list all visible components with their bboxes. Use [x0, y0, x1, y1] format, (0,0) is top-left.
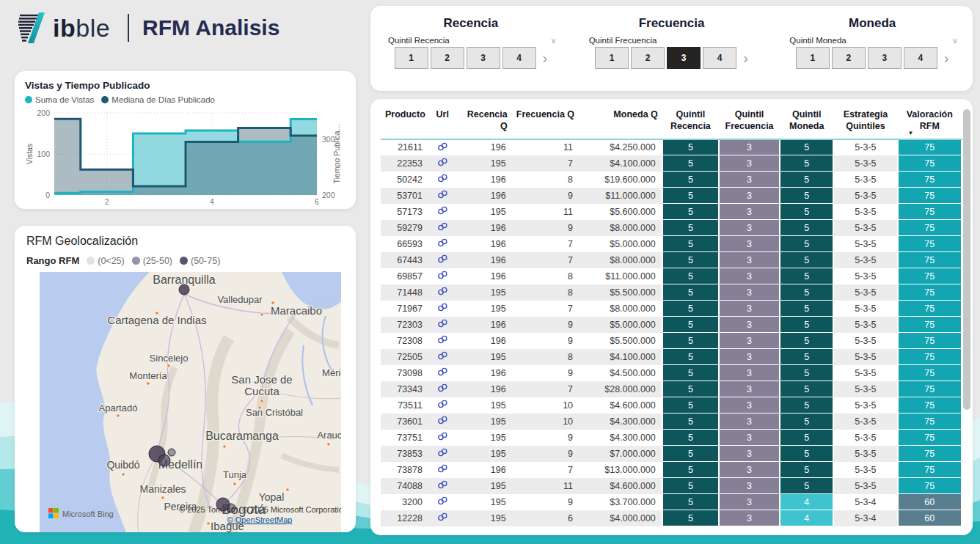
slicer-next-arrow-icon[interactable]: ›: [944, 51, 949, 65]
table-row[interactable]: 502421968$19.600.0005355-3-575: [381, 172, 962, 188]
table-row[interactable]: 737511959$4.300.0005355-3-575: [381, 430, 962, 446]
table-row[interactable]: 7408819511$4.600.0005355-3-575: [381, 478, 962, 494]
column-header-moneda-q[interactable]: Moneda Q: [579, 106, 662, 139]
url-link-icon[interactable]: [437, 351, 448, 360]
url-link-icon[interactable]: [437, 287, 448, 295]
quintil-button-1[interactable]: 1: [595, 47, 629, 69]
quintil-button-1[interactable]: 1: [395, 47, 428, 69]
column-header-recencia-q[interactable]: Recencia Q: [457, 106, 512, 139]
url-link-icon[interactable]: [437, 271, 448, 279]
table-row[interactable]: 665931967$5.000.0005355-3-575: [381, 236, 962, 252]
url-link-icon[interactable]: [437, 416, 448, 424]
legend-item[interactable]: Suma de Vistas: [25, 95, 94, 104]
table-row[interactable]: 674431967$8.000.0005355-3-575: [381, 252, 962, 268]
table-row[interactable]: 537011969$11.000.0005355-3-575: [381, 188, 962, 204]
table-row[interactable]: 32001959$3.700.0005345-3-460: [381, 494, 962, 510]
url-link-icon[interactable]: [437, 158, 448, 166]
quintil-button-2[interactable]: 2: [431, 47, 464, 69]
table-row[interactable]: 723031969$5.000.0005355-3-575: [381, 317, 962, 333]
cell-url[interactable]: [428, 446, 457, 462]
cell-url[interactable]: [428, 478, 457, 494]
table-row[interactable]: 5717319511$5.600.0005355-3-575: [381, 204, 962, 220]
table-row[interactable]: 2161119611$4.250.0005355-3-575: [381, 139, 962, 155]
table-row[interactable]: 7360119510$4.300.0005355-3-575: [381, 413, 962, 430]
cell-url[interactable]: [428, 430, 457, 446]
url-link-icon[interactable]: [437, 222, 448, 231]
url-link-icon[interactable]: [437, 400, 448, 408]
table-row[interactable]: 733431967$28.000.0005355-3-575: [381, 381, 962, 397]
column-header-producto[interactable]: Producto: [381, 106, 428, 139]
slicer-next-arrow-icon[interactable]: ›: [743, 51, 748, 65]
rango-rfm-legend-item[interactable]: (0<25): [87, 256, 124, 266]
quintil-button-4[interactable]: 4: [703, 47, 736, 69]
quintil-button-4[interactable]: 4: [502, 47, 536, 69]
table-row[interactable]: 738531959$7.000.0005355-3-575: [381, 446, 962, 462]
table-row[interactable]: 723081969$5.500.0005355-3-575: [381, 333, 962, 349]
url-link-icon[interactable]: [437, 464, 448, 473]
url-link-icon[interactable]: [437, 432, 448, 441]
url-link-icon[interactable]: [437, 319, 448, 328]
table-row[interactable]: 725051958$4.100.0005355-3-575: [381, 349, 962, 365]
cell-url[interactable]: [428, 365, 457, 381]
openstreetmap-link[interactable]: © OpenStreetMap: [227, 515, 293, 524]
column-header-frecuencia-q[interactable]: Frecuencia Q: [512, 106, 579, 139]
cell-url[interactable]: [428, 284, 457, 301]
cell-url[interactable]: [428, 139, 457, 155]
cell-url[interactable]: [428, 333, 457, 349]
table-row[interactable]: 719671957$8.000.0005355-3-575: [381, 301, 962, 317]
url-link-icon[interactable]: [437, 335, 448, 344]
table-row[interactable]: 592791969$8.000.0005355-3-575: [381, 220, 962, 236]
url-link-icon[interactable]: [437, 190, 448, 199]
quintil-button-3[interactable]: 3: [667, 47, 701, 69]
quintil-button-2[interactable]: 2: [631, 47, 665, 69]
cell-url[interactable]: [428, 252, 457, 268]
quintil-button-4[interactable]: 4: [904, 47, 937, 69]
chevron-down-icon[interactable]: ∨: [551, 36, 557, 45]
cell-url[interactable]: [428, 268, 457, 284]
cell-url[interactable]: [428, 155, 457, 172]
column-header-url[interactable]: Url: [428, 106, 457, 139]
cell-url[interactable]: [428, 397, 457, 413]
quintil-button-3[interactable]: 3: [868, 47, 902, 69]
url-link-icon[interactable]: [437, 480, 448, 489]
table-row[interactable]: 223531957$4.100.0005355-3-575: [381, 155, 962, 172]
cell-url[interactable]: [428, 301, 457, 317]
rfm-bubble[interactable]: [158, 455, 170, 466]
url-link-icon[interactable]: [437, 448, 448, 457]
url-link-icon[interactable]: [437, 174, 448, 183]
column-header-valoraci-n-rfm[interactable]: Valoración RFM▼: [898, 106, 962, 139]
slicer-next-arrow-icon[interactable]: ›: [543, 51, 548, 65]
table-row[interactable]: 738781967$13.000.0005355-3-575: [381, 462, 962, 478]
cell-url[interactable]: [428, 220, 457, 236]
bing-map[interactable]: BarranquillaValleduparMaracaiboCartagena…: [40, 272, 341, 532]
rango-rfm-legend-item[interactable]: (25-50): [132, 256, 172, 266]
rango-rfm-legend-item[interactable]: (50-75): [180, 256, 220, 266]
column-header-estrategia-quintiles[interactable]: Estrategia Quintiles: [833, 106, 897, 139]
url-link-icon[interactable]: [437, 238, 448, 247]
table-scrollbar-thumb[interactable]: [963, 109, 970, 410]
cell-url[interactable]: [428, 413, 457, 430]
cell-url[interactable]: [428, 236, 457, 252]
cell-url[interactable]: [428, 188, 457, 204]
rfm-bubble[interactable]: [168, 449, 175, 456]
column-header-quintil-recencia[interactable]: Quintil Recencia: [662, 106, 719, 139]
cell-url[interactable]: [428, 172, 457, 188]
url-link-icon[interactable]: [437, 303, 448, 312]
url-link-icon[interactable]: [437, 512, 448, 521]
cell-url[interactable]: [428, 381, 457, 397]
table-row[interactable]: 7351119510$4.600.0005355-3-575: [381, 397, 962, 413]
url-link-icon[interactable]: [437, 254, 448, 263]
url-link-icon[interactable]: [437, 206, 448, 215]
table-row[interactable]: 714481958$5.500.0005355-3-575: [381, 284, 962, 301]
step-area-chart[interactable]: 0100200246200300VistasTiempo Publica...: [25, 104, 345, 217]
url-link-icon[interactable]: [437, 496, 448, 505]
table-row[interactable]: 730981969$4.500.0005355-3-575: [381, 365, 962, 381]
cell-url[interactable]: [428, 510, 457, 526]
rfm-bubble[interactable]: [179, 284, 189, 295]
cell-url[interactable]: [428, 462, 457, 478]
table-row[interactable]: 122281956$4.000.0005345-3-460: [381, 510, 962, 526]
quintil-button-3[interactable]: 3: [467, 47, 500, 69]
url-link-icon[interactable]: [437, 142, 448, 151]
url-link-icon[interactable]: [437, 367, 448, 376]
quintil-button-2[interactable]: 2: [832, 47, 866, 69]
